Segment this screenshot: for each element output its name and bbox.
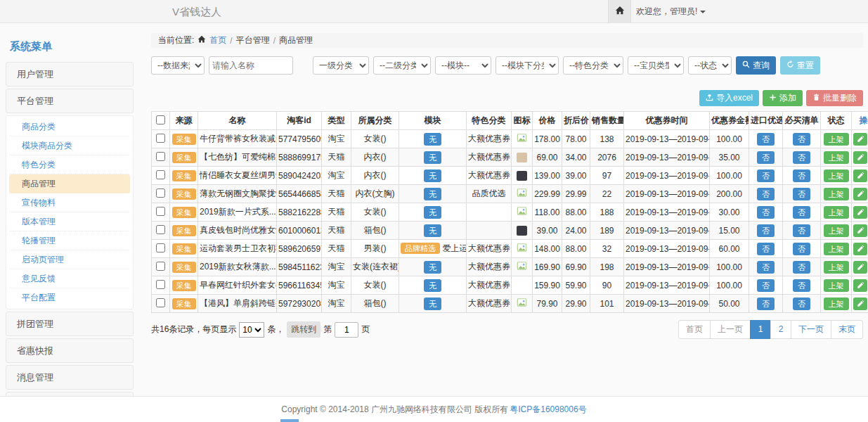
search-button[interactable]: 查询 xyxy=(736,56,776,75)
sidebar-section-消息管理[interactable]: 消息管理 xyxy=(6,365,134,390)
sidebar-item-商品管理[interactable]: 商品管理 xyxy=(9,174,130,193)
product-name[interactable]: 情侣睡衣女夏丝绸男士... xyxy=(198,167,277,185)
sidebar-item-平台配置[interactable]: 平台配置 xyxy=(9,288,130,307)
product-name[interactable]: 牛仔背带裤女秋装减龄... xyxy=(198,130,277,148)
sidebar-item-特色分类[interactable]: 特色分类 xyxy=(9,155,130,174)
batch-delete-button[interactable]: 批量删除 xyxy=(806,90,863,106)
imported-toggle[interactable]: 否 xyxy=(757,243,775,255)
home-shortcut-button[interactable] xyxy=(608,0,631,23)
status-badge[interactable]: 上架 xyxy=(824,261,849,274)
must-buy-toggle[interactable]: 否 xyxy=(793,170,810,182)
status-badge[interactable]: 上架 xyxy=(824,188,849,200)
row-checkbox[interactable] xyxy=(156,225,165,234)
imported-toggle[interactable]: 否 xyxy=(757,151,775,164)
edit-button[interactable] xyxy=(853,133,867,146)
must-buy-toggle[interactable]: 否 xyxy=(793,224,810,237)
level2-category-select[interactable]: --二级分类-- xyxy=(373,56,431,75)
sidebar-item-启动页管理[interactable]: 启动页管理 xyxy=(9,250,130,269)
pager-button-末页[interactable]: 末页 xyxy=(831,320,863,339)
must-buy-toggle[interactable]: 否 xyxy=(793,151,810,164)
row-checkbox[interactable] xyxy=(156,207,165,216)
status-badge[interactable]: 上架 xyxy=(824,298,849,310)
row-checkbox[interactable] xyxy=(156,280,165,289)
row-checkbox[interactable] xyxy=(156,243,165,252)
must-buy-toggle[interactable]: 否 xyxy=(793,279,810,292)
sidebar-section-拼团管理[interactable]: 拼团管理 xyxy=(6,312,134,336)
icp-link[interactable]: 粤ICP备16098006号 xyxy=(510,404,586,416)
must-buy-toggle[interactable]: 否 xyxy=(793,261,810,274)
reset-button[interactable]: 重置 xyxy=(780,56,820,75)
import-excel-button[interactable]: 导入excel xyxy=(699,90,759,106)
data-source-select[interactable]: --数据来源-- xyxy=(151,56,205,75)
status-badge[interactable]: 上架 xyxy=(824,170,849,182)
edit-button[interactable] xyxy=(853,188,867,200)
horizontal-scrollbar-thumb[interactable] xyxy=(280,419,299,422)
product-name[interactable]: 薄款无钢圈文胸聚拢性... xyxy=(198,185,277,203)
row-checkbox[interactable] xyxy=(156,188,165,198)
edit-button[interactable] xyxy=(853,298,867,310)
feature-category-select[interactable]: --特色分类-- xyxy=(563,56,623,75)
status-badge[interactable]: 上架 xyxy=(824,206,849,219)
status-badge[interactable]: 上架 xyxy=(824,151,849,164)
breadcrumb-home-link[interactable]: 首页 xyxy=(209,34,226,46)
product-name[interactable]: 2019新款一片式系... xyxy=(198,203,277,222)
row-checkbox[interactable] xyxy=(156,298,165,307)
sidebar-section-用户管理[interactable]: 用户管理 xyxy=(6,62,134,87)
sidebar-item-模块商品分类[interactable]: 模块商品分类 xyxy=(9,136,130,155)
edit-button[interactable] xyxy=(853,206,867,219)
pager-button-1[interactable]: 1 xyxy=(750,320,771,339)
imported-toggle[interactable]: 否 xyxy=(757,279,775,292)
module-select[interactable]: --模块-- xyxy=(435,56,491,75)
product-name[interactable]: 【七色纺】可爱纯棉家... xyxy=(198,148,277,167)
product-name[interactable]: 【港风】单肩斜跨链条... xyxy=(198,295,277,313)
item-type-select[interactable]: --宝贝类型-- xyxy=(628,56,684,75)
imported-toggle[interactable]: 否 xyxy=(757,224,775,237)
imported-toggle[interactable]: 否 xyxy=(757,298,775,310)
jump-button[interactable]: 跳转到 xyxy=(287,321,320,338)
pager-button-下一页[interactable]: 下一页 xyxy=(791,320,831,339)
imported-toggle[interactable]: 否 xyxy=(757,206,775,219)
jump-page-input[interactable] xyxy=(335,322,358,338)
per-page-select[interactable]: 10 xyxy=(239,322,264,338)
imported-toggle[interactable]: 否 xyxy=(757,261,775,274)
product-name[interactable]: 运动套装男士卫衣初秋... xyxy=(198,240,277,258)
row-checkbox[interactable] xyxy=(156,170,165,179)
edit-button[interactable] xyxy=(853,243,867,255)
edit-button[interactable] xyxy=(853,224,867,237)
imported-toggle[interactable]: 否 xyxy=(757,188,775,200)
status-badge[interactable]: 上架 xyxy=(824,243,849,255)
status-badge[interactable]: 上架 xyxy=(824,133,849,146)
name-search-input[interactable] xyxy=(209,56,293,75)
sidebar-section-平台管理[interactable]: 平台管理 xyxy=(6,89,134,113)
sidebar-item-意见反馈[interactable]: 意见反馈 xyxy=(9,269,130,288)
product-name[interactable]: 早春网红针织外套女春... xyxy=(198,276,277,295)
edit-button[interactable] xyxy=(853,279,867,292)
sidebar-section-省惠快报[interactable]: 省惠快报 xyxy=(6,338,134,363)
imported-toggle[interactable]: 否 xyxy=(757,133,775,146)
edit-button[interactable] xyxy=(853,170,867,182)
sidebar-item-宣传物料[interactable]: 宣传物料 xyxy=(9,193,130,212)
status-select[interactable]: --状态-- xyxy=(688,56,732,75)
breadcrumb-item[interactable]: 平台管理 xyxy=(236,34,270,46)
edit-button[interactable] xyxy=(853,151,867,164)
sidebar-item-轮播管理[interactable]: 轮播管理 xyxy=(9,231,130,250)
module-sub-select[interactable]: --模块下分类-- xyxy=(495,56,559,75)
pager-button-2[interactable]: 2 xyxy=(770,320,791,339)
row-checkbox[interactable] xyxy=(156,262,165,271)
sidebar-item-商品分类[interactable]: 商品分类 xyxy=(9,117,130,136)
product-name[interactable]: 真皮钱包时尚优雅女士... xyxy=(198,222,277,240)
add-button[interactable]: 添加 xyxy=(763,90,803,106)
level1-category-select[interactable]: 一级分类 xyxy=(313,56,369,75)
row-checkbox[interactable] xyxy=(156,134,165,143)
must-buy-toggle[interactable]: 否 xyxy=(793,188,810,200)
product-name[interactable]: 2019新款女秋薄款... xyxy=(198,258,277,276)
breadcrumb-item[interactable]: 商品管理 xyxy=(279,34,313,46)
must-buy-toggle[interactable]: 否 xyxy=(793,243,810,255)
edit-button[interactable] xyxy=(853,261,867,274)
imported-toggle[interactable]: 否 xyxy=(757,170,775,182)
user-menu[interactable]: 欢迎您，管理员! xyxy=(636,0,706,23)
sidebar-item-版本管理[interactable]: 版本管理 xyxy=(9,212,130,231)
status-badge[interactable]: 上架 xyxy=(824,279,849,292)
status-badge[interactable]: 上架 xyxy=(824,224,849,237)
select-all-checkbox[interactable] xyxy=(156,115,165,124)
